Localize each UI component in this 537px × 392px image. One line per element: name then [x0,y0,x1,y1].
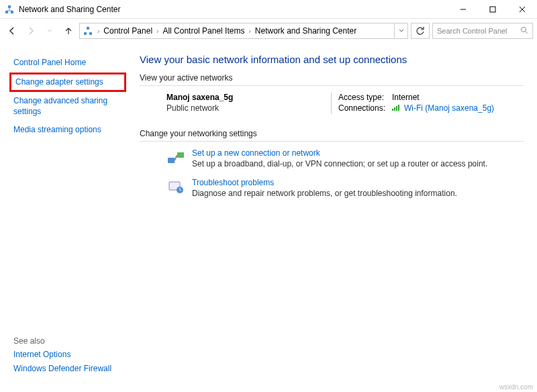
network-type: Public network [166,103,324,113]
breadcrumb-item[interactable]: All Control Panel Items [161,26,246,36]
page-title: View your basic network information and … [140,54,524,65]
change-settings-label: Change your networking settings [140,129,524,142]
svg-rect-12 [392,109,393,111]
network-center-icon [83,26,93,36]
svg-rect-13 [394,107,395,111]
see-also-section: See also Internet Options Windows Defend… [13,336,122,385]
breadcrumb-dropdown[interactable] [394,23,407,38]
content: Control Panel Home Change adapter settin… [0,43,537,392]
svg-rect-9 [87,27,89,30]
titlebar: Network and Sharing Center [0,0,537,19]
troubleshoot-item: Troubleshoot problems Diagnose and repai… [166,178,524,198]
troubleshoot-icon [166,178,185,197]
wifi-signal-icon [392,103,401,113]
window-controls [448,0,537,19]
svg-rect-8 [89,32,92,35]
sidebar-link-adapter[interactable]: Change adapter settings [15,77,120,88]
svg-rect-16 [168,158,175,163]
see-also-heading: See also [13,336,122,346]
setup-connection-icon [166,148,185,167]
breadcrumb[interactable]: › Control Panel › All Control Panel Item… [79,23,408,39]
up-button[interactable] [60,23,77,39]
access-type-value: Internet [392,93,420,102]
sidebar-link-home[interactable]: Control Panel Home [13,58,122,68]
sidebar-link-advanced[interactable]: Change advanced sharing settings [13,96,122,117]
network-details: Access type: Internet Connections: Wi-Fi… [338,93,494,114]
breadcrumb-item[interactable]: Control Panel [102,26,154,36]
close-button[interactable] [507,0,537,19]
navbar: › Control Panel › All Control Panel Item… [0,19,537,43]
network-name: Manoj saxena_5g [166,93,324,102]
access-type-label: Access type: [338,93,392,102]
network-identity: Manoj saxena_5g Public network [166,93,324,114]
minimize-button[interactable] [448,0,478,19]
svg-rect-2 [8,5,11,8]
breadcrumb-item[interactable]: Network and Sharing Center [254,26,358,36]
sidebar-link-internet-options[interactable]: Internet Options [13,350,122,360]
svg-rect-7 [84,32,87,35]
sidebar: Control Panel Home Change adapter settin… [0,43,129,392]
chevron-right-icon[interactable]: › [155,28,160,35]
setup-connection-item: Set up a new connection or network Set u… [166,148,524,168]
window-title: Network and Sharing Center [19,5,448,14]
svg-point-10 [522,27,526,32]
highlight-border: Change adapter settings [9,72,126,93]
maximize-button[interactable] [478,0,507,19]
divider [331,93,332,114]
svg-rect-17 [177,152,184,158]
troubleshoot-desc: Diagnose and repair network problems, or… [192,189,457,198]
network-center-icon [4,4,15,15]
search-placeholder: Search Control Panel [437,27,520,35]
sidebar-link-firewall[interactable]: Windows Defender Firewall [13,364,122,375]
search-input[interactable]: Search Control Panel [432,23,533,39]
recent-dropdown[interactable] [42,23,58,39]
watermark: wsxdn.com [499,383,533,391]
active-network-block: Manoj saxena_5g Public network Access ty… [166,93,524,114]
setup-connection-desc: Set up a broadband, dial-up, or VPN conn… [192,159,487,168]
connections-label: Connections: [338,103,392,113]
forward-button[interactable] [23,23,39,39]
setup-connection-link[interactable]: Set up a new connection or network [192,148,320,158]
sidebar-link-media[interactable]: Media streaming options [13,125,122,136]
back-button[interactable] [4,23,20,39]
active-networks-label: View your active networks [140,73,524,86]
connection-link[interactable]: Wi-Fi (Manoj saxena_5g) [404,103,494,113]
svg-rect-14 [396,106,397,111]
svg-line-11 [526,32,528,34]
svg-rect-15 [398,105,399,111]
troubleshoot-link[interactable]: Troubleshoot problems [192,178,274,187]
main-panel: View your basic network information and … [129,43,537,392]
refresh-button[interactable] [411,23,430,39]
svg-rect-4 [490,7,495,12]
chevron-right-icon[interactable]: › [96,28,101,35]
search-icon [520,26,528,36]
chevron-right-icon[interactable]: › [247,28,252,35]
